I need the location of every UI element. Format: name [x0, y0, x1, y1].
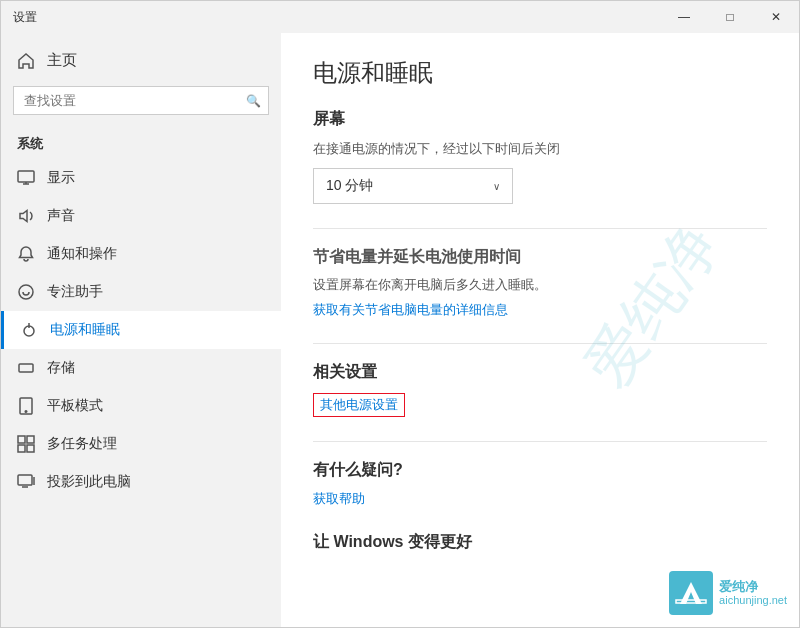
- sidebar-item-focus[interactable]: 专注助手: [1, 273, 281, 311]
- home-icon: [17, 52, 35, 70]
- titlebar: 设置 — □ ✕: [1, 1, 799, 33]
- sidebar-item-home[interactable]: 主页: [1, 41, 281, 80]
- main-content: 爱纯净 电源和睡眠 屏幕 在接通电源的情况下，经过以下时间后关闭 10 分钟 ∨…: [281, 33, 799, 627]
- settings-window: 设置 — □ ✕ 主页 🔍 系: [0, 0, 800, 628]
- sidebar-item-display[interactable]: 显示: [1, 159, 281, 197]
- svg-rect-8: [27, 436, 34, 443]
- sidebar-item-multitask[interactable]: 多任务处理: [1, 425, 281, 463]
- help-section: 有什么疑问? 获取帮助: [313, 460, 767, 508]
- energy-section-desc: 设置屏幕在你离开电脑后多久进入睡眠。: [313, 276, 767, 294]
- chevron-down-icon: ∨: [493, 181, 500, 192]
- multitask-icon: [17, 435, 35, 453]
- sound-icon: [17, 207, 35, 225]
- sidebar-item-project[interactable]: 投影到此电脑: [1, 463, 281, 501]
- sidebar-section-label: 系统: [1, 127, 281, 159]
- tablet-label: 平板模式: [47, 397, 103, 415]
- notifications-label: 通知和操作: [47, 245, 117, 263]
- focus-icon: [17, 283, 35, 301]
- close-button[interactable]: ✕: [753, 1, 799, 33]
- titlebar-controls: — □ ✕: [661, 1, 799, 33]
- window-title: 设置: [13, 9, 37, 26]
- divider-1: [313, 228, 767, 229]
- sidebar-item-sound[interactable]: 声音: [1, 197, 281, 235]
- svg-rect-7: [18, 436, 25, 443]
- sidebar-item-storage[interactable]: 存储: [1, 349, 281, 387]
- sound-label: 声音: [47, 207, 75, 225]
- divider-3: [313, 441, 767, 442]
- dropdown-value: 10 分钟: [326, 177, 373, 195]
- screen-section-subtitle: 在接通电源的情况下，经过以下时间后关闭: [313, 140, 767, 158]
- get-help-link[interactable]: 获取帮助: [313, 491, 365, 506]
- power-label: 电源和睡眠: [50, 321, 120, 339]
- display-icon: [17, 169, 35, 187]
- storage-icon: [17, 359, 35, 377]
- home-label: 主页: [47, 51, 77, 70]
- svg-point-6: [25, 411, 27, 413]
- display-label: 显示: [47, 169, 75, 187]
- sidebar: 主页 🔍 系统 显示: [1, 33, 281, 627]
- notifications-icon: [17, 245, 35, 263]
- multitask-label: 多任务处理: [47, 435, 117, 453]
- sidebar-item-tablet[interactable]: 平板模式: [1, 387, 281, 425]
- svg-rect-9: [18, 445, 25, 452]
- energy-section: 节省电量并延长电池使用时间 设置屏幕在你离开电脑后多久进入睡眠。 获取有关节省电…: [313, 247, 767, 319]
- divider-2: [313, 343, 767, 344]
- minimize-button[interactable]: —: [661, 1, 707, 33]
- screen-section-title: 屏幕: [313, 109, 767, 130]
- energy-info-link[interactable]: 获取有关节省电脑电量的详细信息: [313, 302, 508, 317]
- energy-section-title: 节省电量并延长电池使用时间: [313, 247, 767, 268]
- sidebar-search: 🔍: [13, 86, 269, 115]
- search-input[interactable]: [13, 86, 269, 115]
- sidebar-item-power[interactable]: 电源和睡眠: [1, 311, 281, 349]
- other-power-settings-link[interactable]: 其他电源设置: [313, 393, 405, 417]
- related-settings-title: 相关设置: [313, 362, 767, 383]
- power-icon: [20, 321, 38, 339]
- sidebar-item-notifications[interactable]: 通知和操作: [1, 235, 281, 273]
- project-icon: [17, 473, 35, 491]
- storage-label: 存储: [47, 359, 75, 377]
- screen-timeout-dropdown[interactable]: 10 分钟 ∨: [313, 168, 513, 204]
- windows-better-title: 让 Windows 变得更好: [313, 532, 767, 553]
- maximize-button[interactable]: □: [707, 1, 753, 33]
- svg-rect-3: [19, 364, 33, 372]
- svg-point-1: [19, 285, 33, 299]
- svg-rect-0: [18, 171, 34, 182]
- svg-rect-10: [27, 445, 34, 452]
- related-settings-section: 相关设置 其他电源设置: [313, 362, 767, 417]
- page-title: 电源和睡眠: [313, 57, 767, 89]
- svg-rect-11: [18, 475, 32, 485]
- content-area: 主页 🔍 系统 显示: [1, 33, 799, 627]
- project-label: 投影到此电脑: [47, 473, 131, 491]
- search-icon: 🔍: [246, 94, 261, 108]
- help-section-title: 有什么疑问?: [313, 460, 767, 481]
- focus-label: 专注助手: [47, 283, 103, 301]
- tablet-icon: [17, 397, 35, 415]
